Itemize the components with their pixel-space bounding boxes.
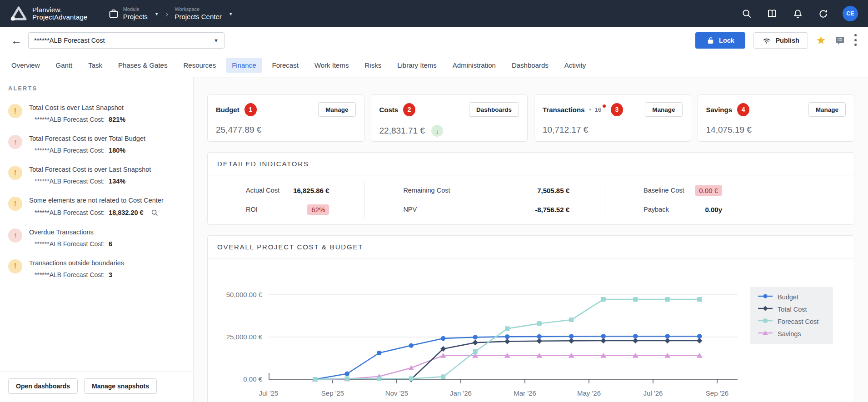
tab-bar: OverviewGanttTaskPhases & GatesResources… bbox=[0, 54, 868, 77]
tab-forecast[interactable]: Forecast bbox=[266, 58, 304, 73]
legend-item-budget: Budget bbox=[758, 293, 826, 301]
alert-subline: ******ALB Forecast Cost:821% bbox=[35, 116, 125, 123]
indicator-roi: ROI62% bbox=[208, 200, 365, 219]
trend-down-icon: ↓ bbox=[431, 125, 443, 137]
lock-button-label: Lock bbox=[719, 37, 734, 44]
indicator-remaining-cost: Remaining Cost7,505.85 € bbox=[365, 181, 605, 200]
card-value-row: 14,075.19 € bbox=[706, 125, 846, 135]
alert-item: !Total Cost is over Last Snapshot******A… bbox=[8, 104, 184, 123]
alert-number-badge: 2 bbox=[403, 103, 415, 116]
open-dashboards-button[interactable]: Open dashboards bbox=[8, 378, 78, 394]
lock-button[interactable]: Lock bbox=[695, 32, 745, 49]
tab-finance[interactable]: Finance bbox=[226, 58, 262, 73]
manage-button[interactable]: Manage bbox=[318, 102, 355, 117]
card-value: 22,831.71 € bbox=[379, 126, 425, 136]
transactions-count: 16 bbox=[595, 106, 601, 113]
publish-button-label: Publish bbox=[775, 37, 799, 44]
kpi-card-transactions: Transactions163Manage10,712.17 € bbox=[534, 94, 691, 142]
card-title: Transactions bbox=[543, 106, 585, 114]
alert-body: Some elements are not related to Cost Ce… bbox=[29, 196, 164, 216]
manage-button[interactable]: Manage bbox=[645, 102, 682, 117]
tab-phases-gates[interactable]: Phases & Gates bbox=[112, 58, 173, 73]
alert-body: Total Cost is over Last Snapshot******AL… bbox=[29, 104, 125, 123]
card-value-row: 10,712.17 € bbox=[543, 125, 683, 135]
alert-item: !Some elements are not related to Cost C… bbox=[8, 196, 184, 216]
indicator-value: 0.00 € bbox=[695, 185, 722, 196]
alert-body: Transactions outside boundaries******ALB… bbox=[29, 259, 124, 278]
tab-activity[interactable]: Activity bbox=[559, 58, 592, 73]
alert-title: Total Forecast Cost is over Total Budget bbox=[29, 134, 145, 143]
tab-gantt[interactable]: Gantt bbox=[50, 58, 79, 73]
legend-triangle-marker-icon bbox=[758, 330, 773, 338]
more-options-kebab-icon[interactable]: ••• bbox=[854, 33, 857, 47]
legend-label: Forecast Cost bbox=[778, 318, 818, 325]
user-avatar[interactable]: CE bbox=[843, 6, 858, 21]
card-value: 25,477.89 € bbox=[216, 125, 261, 135]
indicator-value: 16,825.86 € bbox=[293, 187, 329, 194]
legend-item-savings: Savings bbox=[758, 330, 826, 338]
svg-text:50,000.00 €: 50,000.00 € bbox=[226, 291, 263, 298]
brand-line2: ProjectAdvantage bbox=[32, 14, 88, 21]
tab-risks[interactable]: Risks bbox=[359, 58, 387, 73]
alert-value: 3 bbox=[109, 271, 112, 278]
manage-snapshots-button[interactable]: Manage snapshots bbox=[84, 378, 157, 394]
indicator-baseline-cost: Baseline Cost0.00 € bbox=[605, 181, 854, 200]
tab-work-items[interactable]: Work Items bbox=[309, 58, 355, 73]
legend-item-total-cost: Total Cost bbox=[758, 305, 826, 313]
alert-project-label: ******ALB Forecast Cost: bbox=[35, 178, 105, 185]
warning-icon: ! bbox=[8, 104, 22, 118]
tab-overview[interactable]: Overview bbox=[5, 58, 46, 73]
tab-library-items[interactable]: Library Items bbox=[391, 58, 443, 73]
alert-value: 18,832.20 € bbox=[109, 209, 144, 216]
indicator-label: Baseline Cost bbox=[644, 187, 684, 194]
workspace-selector[interactable]: Workspace Projects Center ▼ bbox=[175, 6, 233, 21]
notification-dot-icon bbox=[603, 104, 606, 108]
indicator-value: -8,756.52 € bbox=[535, 206, 569, 213]
alert-value: 180% bbox=[109, 147, 125, 154]
tab-administration[interactable]: Administration bbox=[447, 58, 502, 73]
refresh-icon[interactable] bbox=[817, 8, 829, 20]
svg-text:Jul '26: Jul '26 bbox=[644, 389, 663, 397]
module-selector[interactable]: Module Projects ▼ bbox=[108, 6, 159, 21]
critical-arrow-icon: ↑ bbox=[8, 135, 22, 149]
navbar-divider bbox=[98, 7, 98, 20]
back-arrow-icon[interactable]: ← bbox=[11, 35, 22, 46]
kpi-card-budget: Budget1Manage25,477.89 € bbox=[207, 94, 364, 142]
alert-title: Transactions outside boundaries bbox=[29, 259, 124, 267]
indicator-label: NPV bbox=[403, 206, 417, 213]
legend-label: Total Cost bbox=[778, 306, 807, 313]
chevron-down-icon: ▼ bbox=[155, 11, 159, 16]
dashboards-button[interactable]: Dashboards bbox=[469, 102, 519, 117]
search-icon[interactable] bbox=[741, 8, 753, 20]
alert-item: ↑Overdue Transactions******ALB Forecast … bbox=[8, 228, 184, 248]
comments-feed-icon[interactable] bbox=[834, 35, 846, 46]
alert-project-label: ******ALB Forecast Cost: bbox=[35, 240, 105, 248]
warning-icon: ! bbox=[8, 166, 22, 180]
legend-circle-marker-icon bbox=[758, 293, 773, 301]
help-book-icon[interactable] bbox=[766, 8, 778, 20]
module-label: Module bbox=[123, 6, 148, 13]
tab-resources[interactable]: Resources bbox=[177, 58, 222, 73]
planview-logo-icon bbox=[10, 6, 27, 21]
brand-line1: Planview. bbox=[32, 6, 88, 14]
card-header: Costs2Dashboards bbox=[379, 102, 519, 117]
favorite-star-icon[interactable]: ★ bbox=[816, 35, 826, 46]
detailed-indicators-panel: DETAILED INDICATORS Actual Cost16,825.86… bbox=[207, 152, 854, 225]
tab-task[interactable]: Task bbox=[82, 58, 108, 73]
alert-title: Overdue Transactions bbox=[29, 228, 112, 236]
project-selector[interactable]: ******ALB Forecast Cost ▼ bbox=[28, 32, 224, 49]
tab-dashboards[interactable]: Dashboards bbox=[506, 58, 554, 73]
publish-button[interactable]: Publish bbox=[753, 32, 808, 49]
alert-project-label: ******ALB Forecast Cost: bbox=[35, 271, 105, 278]
alert-project-label: ******ALB Forecast Cost: bbox=[35, 147, 105, 154]
kpi-card-savings: Savings4Manage14,075.19 € bbox=[698, 94, 855, 142]
notifications-bell-icon[interactable] bbox=[792, 8, 803, 20]
card-value-row: 25,477.89 € bbox=[216, 125, 356, 135]
legend-diamond-marker-icon bbox=[758, 305, 773, 313]
alert-value: 821% bbox=[109, 116, 125, 123]
manage-button[interactable]: Manage bbox=[808, 102, 846, 117]
warning-icon: ! bbox=[8, 259, 22, 273]
planview-brand[interactable]: Planview. ProjectAdvantage bbox=[10, 6, 88, 21]
search-details-icon[interactable] bbox=[151, 209, 159, 217]
alert-value: 6 bbox=[109, 240, 112, 248]
